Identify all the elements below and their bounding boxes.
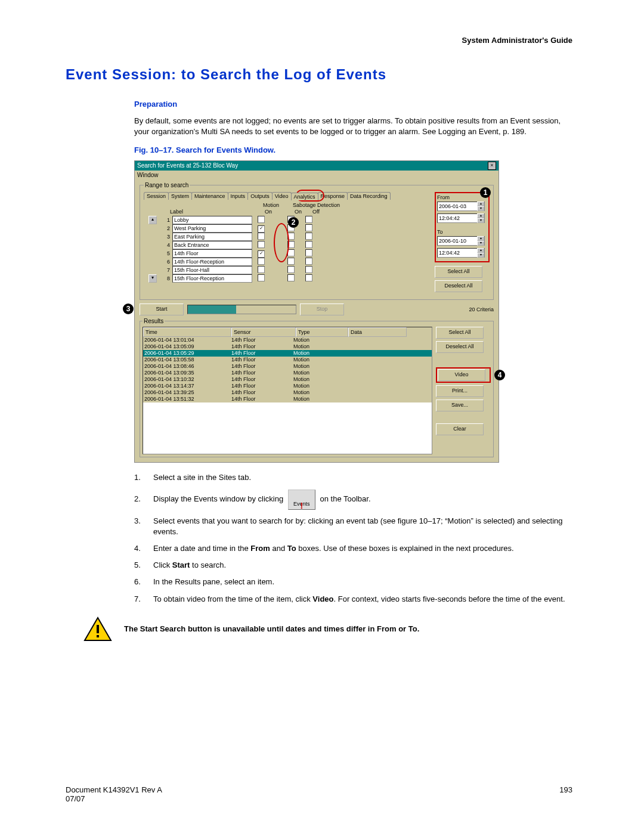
from-time-input[interactable]: 12:04:42▴▾ <box>437 213 485 223</box>
motion-checkbox[interactable] <box>258 216 265 223</box>
sabotage-on-checkbox[interactable] <box>287 258 295 265</box>
tab-inputs[interactable]: Inputs <box>228 192 249 200</box>
step-5: 5. Click Start to search. <box>134 560 572 571</box>
tab-system[interactable]: System <box>168 192 192 200</box>
camera-label[interactable]: 15th Floor-Hall <box>172 266 252 274</box>
sabotage-off-checkbox[interactable] <box>305 241 312 248</box>
tab-session[interactable]: Session <box>144 192 169 200</box>
results-deselect-all-button[interactable]: Deselect All <box>436 341 484 353</box>
result-row[interactable]: 2006-01-04 13:01:0414th FloorMotion <box>143 337 432 343</box>
result-row[interactable]: 2006-01-04 13:51:3214th FloorMotion <box>143 396 432 402</box>
step-1: 1. Select a site in the Sites tab. <box>134 472 572 483</box>
spin-down-icon[interactable]: ▾ <box>477 218 484 223</box>
select-all-button[interactable]: Select All <box>435 266 482 278</box>
start-button[interactable]: Start <box>140 304 184 315</box>
results-pane: Results Time Sensor Type Data 2006-01-04… <box>140 318 494 457</box>
row-num: 1 <box>160 217 170 223</box>
camera-row: 715th Floor-Hall <box>144 266 431 274</box>
result-row[interactable]: 2006-01-04 13:39:2514th FloorMotion <box>143 389 432 396</box>
col-type[interactable]: Type <box>296 327 348 337</box>
range-legend: Range to search <box>144 182 190 188</box>
camera-label[interactable]: Lobby <box>172 216 252 224</box>
sabotage-off-checkbox[interactable] <box>305 224 312 231</box>
red-highlight-motion <box>274 223 289 262</box>
result-row[interactable]: 2006-01-04 13:08:4614th FloorMotion <box>143 363 432 370</box>
scroll-down-icon[interactable]: ▾ <box>148 274 157 283</box>
tab-data-recording[interactable]: Data Recording <box>347 192 391 200</box>
stop-button[interactable]: Stop <box>300 304 344 315</box>
sabotage-on-checkbox[interactable] <box>287 266 295 273</box>
events-toolbar-button[interactable]: Events <box>288 490 315 510</box>
spin-up-icon[interactable]: ▴ <box>477 202 484 206</box>
col-time[interactable]: Time <box>143 327 231 337</box>
sabotage-off-checkbox[interactable] <box>305 249 312 256</box>
spin-down-icon[interactable]: ▾ <box>477 253 484 258</box>
sabotage-off-checkbox[interactable] <box>305 258 312 265</box>
motion-checkbox[interactable] <box>258 274 265 281</box>
result-row[interactable]: 2006-01-04 13:05:0914th FloorMotion <box>143 343 432 350</box>
motion-checkbox[interactable] <box>258 266 265 273</box>
step-4: 4. Enter a date and time in the From and… <box>134 543 572 554</box>
from-date-input[interactable]: 2006-01-03▴▾ <box>437 202 485 211</box>
deselect-all-button[interactable]: Deselect All <box>435 280 482 292</box>
print-button[interactable]: Print... <box>436 385 484 397</box>
results-select-all-button[interactable]: Select All <box>436 327 484 339</box>
step-7: 7. To obtain video from the time of the … <box>134 594 572 605</box>
warning-text: The Start Search button is unavailable u… <box>124 624 419 633</box>
col-data[interactable]: Data <box>348 327 407 337</box>
row-num: 3 <box>160 234 170 240</box>
save-button[interactable]: Save... <box>436 400 484 411</box>
spin-up-icon[interactable]: ▴ <box>477 248 484 253</box>
col-off: Off <box>307 209 325 215</box>
camera-label[interactable]: West Parking <box>172 224 252 233</box>
camera-row: 1Lobby <box>144 216 431 224</box>
menu-window[interactable]: Window <box>135 171 499 179</box>
warning-icon <box>83 617 112 642</box>
window-title: Search for Events at 25-132 Bloc Way <box>137 161 238 171</box>
from-label: From <box>437 194 487 200</box>
to-time-input[interactable]: 12:04:42▴▾ <box>437 248 485 258</box>
results-legend: Results <box>143 318 165 324</box>
sabotage-off-checkbox[interactable] <box>305 266 312 273</box>
motion-checkbox[interactable]: ✓ <box>258 250 265 258</box>
row-num: 6 <box>160 259 170 265</box>
sabotage-off-checkbox[interactable] <box>305 216 312 223</box>
col-sensor[interactable]: Sensor <box>231 327 296 337</box>
result-row[interactable]: 2006-01-04 13:05:5814th FloorMotion <box>143 357 432 363</box>
tab-video[interactable]: Video <box>272 192 292 200</box>
step-3: 3. Select events that you want to search… <box>134 516 572 537</box>
motion-checkbox[interactable] <box>258 233 265 240</box>
callout-3: 3 <box>123 304 134 314</box>
criteria-count: 20 Criteria <box>452 306 494 312</box>
spin-down-icon[interactable]: ▾ <box>477 241 484 246</box>
camera-label[interactable]: 15th Floor-Reception <box>172 274 252 283</box>
event-tabs: Session System Maintenance Inputs Output… <box>144 192 431 200</box>
spin-up-icon[interactable]: ▴ <box>477 236 484 241</box>
close-icon[interactable]: × <box>488 162 496 170</box>
camera-label[interactable]: 14th Floor-Reception <box>172 258 252 266</box>
video-button[interactable]: Video <box>438 369 485 381</box>
spin-down-icon[interactable]: ▾ <box>477 206 484 211</box>
sabotage-off-checkbox[interactable] <box>305 274 312 281</box>
camera-label[interactable]: Back Entrance <box>172 241 252 249</box>
camera-label[interactable]: 14th Floor <box>172 249 252 258</box>
scroll-up-icon[interactable]: ▴ <box>148 216 157 224</box>
sabotage-on-checkbox[interactable] <box>287 274 295 281</box>
motion-checkbox[interactable] <box>258 258 265 265</box>
tab-outputs[interactable]: Outputs <box>247 192 273 200</box>
camera-label[interactable]: East Parking <box>172 233 252 241</box>
result-row[interactable]: 2006-01-04 13:14:3714th FloorMotion <box>143 383 432 389</box>
tab-maintenance[interactable]: Maintenance <box>191 192 228 200</box>
motion-checkbox[interactable]: ✓ <box>258 225 265 233</box>
to-date-input[interactable]: 2006-01-10▴▾ <box>437 236 485 246</box>
row-num: 8 <box>160 275 170 281</box>
result-row[interactable]: 2006-01-04 13:09:3514th FloorMotion <box>143 370 432 376</box>
tab-analytics[interactable]: Analytics <box>291 193 318 200</box>
clear-button[interactable]: Clear <box>436 423 484 435</box>
motion-checkbox[interactable] <box>258 241 265 248</box>
sabotage-off-checkbox[interactable] <box>305 233 312 240</box>
result-row[interactable]: 2006-01-04 13:05:2914th FloorMotion <box>143 350 432 357</box>
result-row[interactable]: 2006-01-04 13:10:3214th FloorMotion <box>143 376 432 383</box>
spin-up-icon[interactable]: ▴ <box>477 213 484 218</box>
video-highlight: Video <box>436 367 491 383</box>
